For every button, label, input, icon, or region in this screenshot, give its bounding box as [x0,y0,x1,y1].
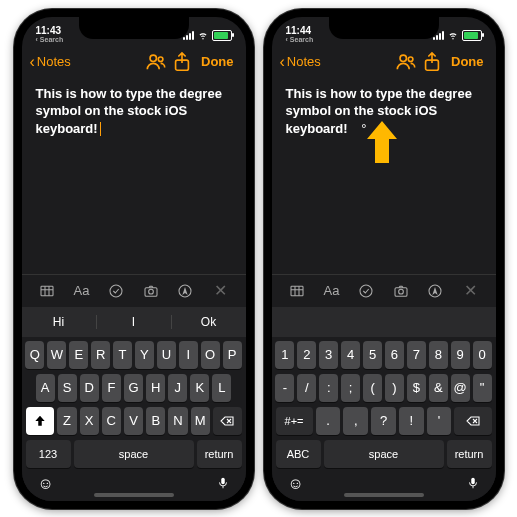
key-1[interactable]: 1 [275,341,294,369]
key-g[interactable]: G [124,374,143,402]
key-6[interactable]: 6 [385,341,404,369]
share-button[interactable] [421,51,443,73]
share-button[interactable] [171,51,193,73]
symbols-key[interactable]: #+= [276,407,313,435]
emoji-button[interactable]: ☺ [288,475,304,495]
key-quote[interactable]: " [473,374,492,402]
mode-key[interactable]: ABC [276,440,321,468]
table-button[interactable] [285,279,309,303]
note-content[interactable]: This is how to type the degree symbol on… [22,79,246,274]
svg-rect-12 [291,286,303,295]
key-0[interactable]: 0 [473,341,492,369]
mode-key[interactable]: 123 [26,440,71,468]
done-button[interactable]: Done [447,54,488,69]
key-4[interactable]: 4 [341,341,360,369]
keyboard-suggestions [272,307,496,337]
key-at[interactable]: @ [451,374,470,402]
key-comma[interactable]: , [343,407,368,435]
key-n[interactable]: N [168,407,187,435]
close-format-button[interactable]: ✕ [458,279,482,303]
space-key[interactable]: space [74,440,194,468]
return-key[interactable]: return [447,440,492,468]
space-key[interactable]: space [324,440,444,468]
key-e[interactable]: E [69,341,88,369]
svg-rect-3 [41,286,53,295]
key-u[interactable]: U [157,341,176,369]
key-o[interactable]: O [201,341,220,369]
key-b[interactable]: B [146,407,165,435]
key-d[interactable]: D [80,374,99,402]
dictation-button[interactable] [216,475,230,495]
key-f[interactable]: F [102,374,121,402]
key-apostrophe[interactable]: ' [427,407,452,435]
back-to-search[interactable]: ‹ Search [36,36,64,43]
key-w[interactable]: W [47,341,66,369]
phone-left: 11:43 ‹ Search ‹ Notes [14,9,254,509]
backspace-key[interactable] [454,407,491,435]
key-slash[interactable]: / [297,374,316,402]
home-indicator[interactable] [94,493,174,497]
key-j[interactable]: J [168,374,187,402]
key-9[interactable]: 9 [451,341,470,369]
key-k[interactable]: K [190,374,209,402]
home-indicator[interactable] [344,493,424,497]
key-l[interactable]: L [212,374,231,402]
key-exclaim[interactable]: ! [399,407,424,435]
key-h[interactable]: H [146,374,165,402]
wifi-icon [447,29,459,43]
key-r[interactable]: R [91,341,110,369]
key-q[interactable]: Q [25,341,44,369]
collaborate-button[interactable] [145,51,167,73]
key-dash[interactable]: - [275,374,294,402]
table-button[interactable] [35,279,59,303]
mic-icon [216,475,230,491]
back-button[interactable]: ‹ Notes [280,54,321,70]
return-key[interactable]: return [197,440,242,468]
key-s[interactable]: S [58,374,77,402]
format-button[interactable]: Aa [319,279,343,303]
key-dollar[interactable]: $ [407,374,426,402]
done-button[interactable]: Done [197,54,238,69]
key-5[interactable]: 5 [363,341,382,369]
close-format-button[interactable]: ✕ [208,279,232,303]
key-period[interactable]: . [316,407,341,435]
key-amp[interactable]: & [429,374,448,402]
markup-button[interactable] [173,279,197,303]
back-to-search[interactable]: ‹ Search [286,36,314,43]
shift-key[interactable] [26,407,55,435]
key-i[interactable]: I [179,341,198,369]
key-lparen[interactable]: ( [363,374,382,402]
suggestion-3[interactable]: Ok [172,315,246,329]
camera-button[interactable] [389,279,413,303]
key-z[interactable]: Z [57,407,76,435]
emoji-button[interactable]: ☺ [38,475,54,495]
checklist-button[interactable] [104,279,128,303]
key-colon[interactable]: : [319,374,338,402]
key-t[interactable]: T [113,341,132,369]
collaborate-button[interactable] [395,51,417,73]
key-7[interactable]: 7 [407,341,426,369]
key-y[interactable]: Y [135,341,154,369]
key-2[interactable]: 2 [297,341,316,369]
key-a[interactable]: A [36,374,55,402]
key-v[interactable]: V [124,407,143,435]
key-3[interactable]: 3 [319,341,338,369]
dictation-button[interactable] [466,475,480,495]
key-question[interactable]: ? [371,407,396,435]
backspace-key[interactable] [213,407,242,435]
camera-button[interactable] [139,279,163,303]
key-c[interactable]: C [102,407,121,435]
suggestion-2[interactable]: I [97,315,172,329]
note-content[interactable]: This is how to type the degree symbol on… [272,79,496,274]
key-m[interactable]: M [191,407,210,435]
markup-button[interactable] [423,279,447,303]
key-p[interactable]: P [223,341,242,369]
key-x[interactable]: X [80,407,99,435]
key-rparen[interactable]: ) [385,374,404,402]
checklist-button[interactable] [354,279,378,303]
format-button[interactable]: Aa [69,279,93,303]
suggestion-1[interactable]: Hi [22,315,97,329]
key-semicolon[interactable]: ; [341,374,360,402]
key-8[interactable]: 8 [429,341,448,369]
back-button[interactable]: ‹ Notes [30,54,71,70]
